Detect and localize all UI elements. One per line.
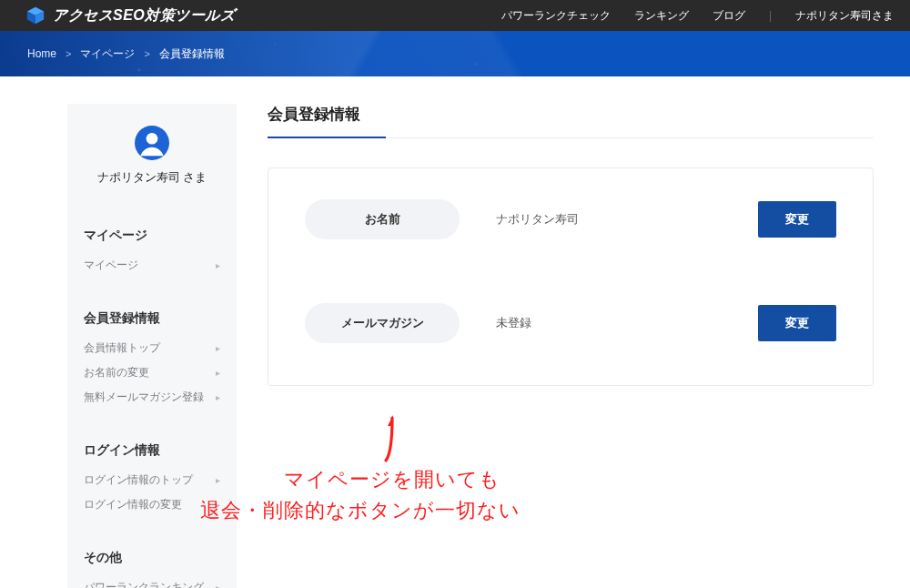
sidebar: ナポリタン寿司 さま マイページ マイページ ▸ 会員登録情報 会員情報トップ … <box>67 104 237 588</box>
nav-separator: | <box>769 9 772 22</box>
chevron-right-icon: ▸ <box>216 368 220 378</box>
avatar-icon <box>135 126 169 160</box>
sidebar-section-member: 会員登録情報 会員情報トップ ▸ お名前の変更 ▸ 無料メールマガジン登録 ▸ <box>67 285 237 417</box>
breadcrumb-bar: Home > マイページ > 会員登録情報 <box>0 31 910 76</box>
sidebar-heading-mypage: マイページ <box>84 228 220 244</box>
nav-ranking[interactable]: ランキング <box>634 8 689 24</box>
sidebar-section-other: その他 パワーランクランキング ▸ <box>67 524 237 588</box>
chevron-right-icon: ▸ <box>216 343 220 353</box>
sidebar-item-label: マイページ <box>84 258 138 273</box>
field-value-name: ナポリタン寿司 <box>496 211 722 228</box>
field-value-magazine: 未登録 <box>496 315 722 331</box>
change-magazine-button[interactable]: 変更 <box>758 305 836 341</box>
breadcrumb: Home > マイページ > 会員登録情報 <box>27 46 225 62</box>
brand[interactable]: アクセスSEO対策ツールズ <box>25 5 235 25</box>
sidebar-item-label: お名前の変更 <box>84 365 149 380</box>
chevron-right-icon: ▸ <box>216 583 220 588</box>
change-name-button[interactable]: 変更 <box>758 201 836 238</box>
sidebar-heading-member: 会員登録情報 <box>84 310 220 327</box>
nav-blog[interactable]: ブログ <box>713 8 745 24</box>
brand-text: アクセスSEO対策ツールズ <box>53 6 235 25</box>
chevron-right-icon: > <box>66 48 71 59</box>
sidebar-item-login-top[interactable]: ログイン情報のトップ ▸ <box>84 468 220 492</box>
sidebar-item-label: 会員情報トップ <box>84 340 160 356</box>
sidebar-item-label: ログイン情報のトップ <box>84 472 193 488</box>
row-magazine: メールマガジン 未登録 変更 <box>305 303 836 343</box>
sidebar-heading-login: ログイン情報 <box>84 442 220 459</box>
sidebar-item-label: パワーランクランキング <box>84 580 204 588</box>
chevron-right-icon: ▸ <box>216 500 220 510</box>
sidebar-item-power-rank[interactable]: パワーランクランキング ▸ <box>84 575 220 588</box>
sidebar-item-member-top[interactable]: 会員情報トップ ▸ <box>84 336 220 360</box>
sidebar-item-label: 無料メールマガジン登録 <box>84 390 204 405</box>
field-label-magazine: メールマガジン <box>305 303 460 343</box>
sidebar-item-mypage[interactable]: マイページ ▸ <box>84 253 220 278</box>
sidebar-item-change-name[interactable]: お名前の変更 ▸ <box>84 360 220 385</box>
crumb-home[interactable]: Home <box>27 47 56 60</box>
page-body: ナポリタン寿司 さま マイページ マイページ ▸ 会員登録情報 会員情報トップ … <box>0 76 910 588</box>
chevron-right-icon: ▸ <box>216 392 220 402</box>
field-label-name: お名前 <box>305 199 460 239</box>
page-title: 会員登録情報 <box>268 104 874 138</box>
nav-user-greeting[interactable]: ナポリタン寿司さま <box>795 8 894 24</box>
sidebar-section-login: ログイン情報 ログイン情報のトップ ▸ ログイン情報の変更 ▸ <box>67 417 237 524</box>
sidebar-item-login-change[interactable]: ログイン情報の変更 ▸ <box>84 492 220 517</box>
row-name: お名前 ナポリタン寿司 変更 <box>305 199 836 239</box>
chevron-right-icon: ▸ <box>216 475 220 485</box>
top-bar: アクセスSEO対策ツールズ パワーランクチェック ランキング ブログ | ナポリ… <box>0 0 910 31</box>
logo-cube-icon <box>25 5 46 25</box>
sidebar-username: ナポリタン寿司 さま <box>67 169 237 186</box>
crumb-current: 会員登録情報 <box>159 46 225 62</box>
sidebar-item-label: ログイン情報の変更 <box>84 497 182 512</box>
member-info-card: お名前 ナポリタン寿司 変更 メールマガジン 未登録 変更 <box>268 167 874 386</box>
sidebar-section-mypage: マイページ マイページ ▸ <box>67 202 237 285</box>
chevron-right-icon: > <box>144 48 149 59</box>
crumb-mypage[interactable]: マイページ <box>80 46 135 62</box>
sidebar-heading-other: その他 <box>84 550 220 566</box>
chevron-right-icon: ▸ <box>216 260 220 270</box>
nav-power-rank-check[interactable]: パワーランクチェック <box>501 8 611 24</box>
sidebar-item-mail-magazine[interactable]: 無料メールマガジン登録 ▸ <box>84 385 220 410</box>
main-content: 会員登録情報 お名前 ナポリタン寿司 変更 メールマガジン 未登録 変更 <box>268 104 883 386</box>
avatar-block: ナポリタン寿司 さま <box>67 126 237 186</box>
svg-point-4 <box>147 133 158 145</box>
top-nav: パワーランクチェック ランキング ブログ | ナポリタン寿司さま <box>501 8 894 24</box>
